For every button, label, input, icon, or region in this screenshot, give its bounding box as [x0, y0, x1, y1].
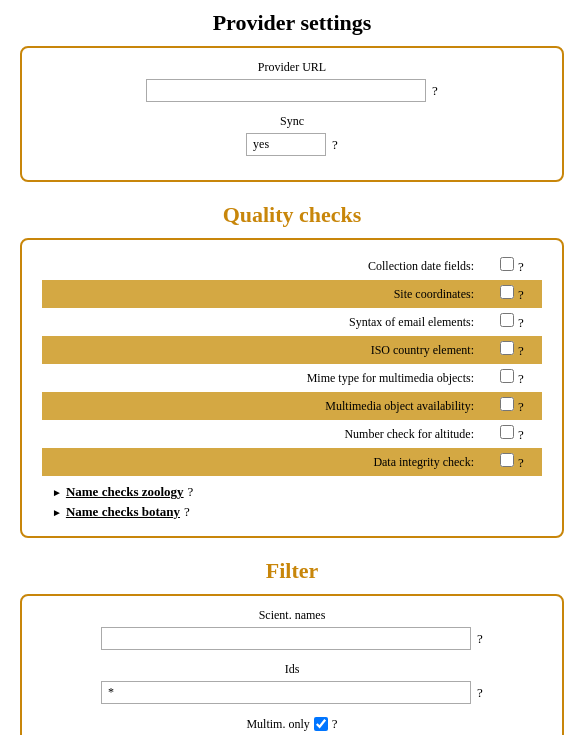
check-help-icon[interactable]: ?: [518, 343, 524, 358]
table-row: Number check for altitude:?: [42, 420, 542, 448]
multim-only-checkbox[interactable]: [314, 717, 328, 731]
expand-item-zoology: ► Name checks zoology ?: [52, 484, 542, 500]
sync-input[interactable]: [246, 133, 326, 156]
multim-only-label: Multim. only: [246, 717, 309, 732]
filter-box: Scient. names ? Ids ? Multim. only ?: [20, 594, 564, 735]
table-row: Mime type for multimedia objects:?: [42, 364, 542, 392]
ids-label: Ids: [285, 662, 300, 677]
zoology-help-icon[interactable]: ?: [188, 484, 194, 500]
check-label: Multimedia object availability:: [42, 392, 482, 420]
check-label: Number check for altitude:: [42, 420, 482, 448]
scient-names-row: ?: [101, 627, 483, 650]
scient-names-label: Scient. names: [259, 608, 326, 623]
filter-title: Filter: [20, 558, 564, 584]
check-checkbox[interactable]: [500, 313, 514, 327]
table-row: Multimedia object availability:?: [42, 392, 542, 420]
check-help-icon[interactable]: ?: [518, 399, 524, 414]
check-label: Syntax of email elements:: [42, 308, 482, 336]
check-checkbox[interactable]: [500, 285, 514, 299]
scient-names-group: Scient. names ?: [42, 608, 542, 650]
check-help-icon[interactable]: ?: [518, 259, 524, 274]
checks-table: Collection date fields:?Site coordinates…: [42, 252, 542, 476]
check-help-icon[interactable]: ?: [518, 315, 524, 330]
provider-url-label: Provider URL: [258, 60, 326, 75]
ids-group: Ids ?: [42, 662, 542, 704]
multim-only-row: Multim. only ?: [42, 716, 542, 732]
provider-settings-title: Provider settings: [20, 10, 564, 36]
check-checkbox[interactable]: [500, 453, 514, 467]
sync-group: Sync ?: [42, 114, 542, 156]
table-row: Collection date fields:?: [42, 252, 542, 280]
check-control[interactable]: ?: [482, 392, 542, 420]
name-checks-botany-link[interactable]: Name checks botany: [66, 504, 180, 520]
ids-row: ?: [101, 681, 483, 704]
check-control[interactable]: ?: [482, 280, 542, 308]
arrow-icon-botany: ►: [52, 507, 62, 518]
check-checkbox[interactable]: [500, 257, 514, 271]
check-control[interactable]: ?: [482, 420, 542, 448]
expand-item-botany: ► Name checks botany ?: [52, 504, 542, 520]
check-control[interactable]: ?: [482, 336, 542, 364]
provider-settings-box: Provider URL ? Sync ?: [20, 46, 564, 182]
check-label: ISO country element:: [42, 336, 482, 364]
check-help-icon[interactable]: ?: [518, 287, 524, 302]
table-row: ISO country element:?: [42, 336, 542, 364]
provider-url-input[interactable]: [146, 79, 426, 102]
table-row: Syntax of email elements:?: [42, 308, 542, 336]
quality-checks-title: Quality checks: [20, 202, 564, 228]
scient-names-help-icon[interactable]: ?: [477, 631, 483, 647]
check-checkbox[interactable]: [500, 425, 514, 439]
expandable-section: ► Name checks zoology ? ► Name checks bo…: [42, 484, 542, 520]
ids-input[interactable]: [101, 681, 471, 704]
botany-help-icon[interactable]: ?: [184, 504, 190, 520]
quality-checks-box: Collection date fields:?Site coordinates…: [20, 238, 564, 538]
check-control[interactable]: ?: [482, 252, 542, 280]
check-checkbox[interactable]: [500, 397, 514, 411]
check-label: Data integrity check:: [42, 448, 482, 476]
check-label: Mime type for multimedia objects:: [42, 364, 482, 392]
check-checkbox[interactable]: [500, 341, 514, 355]
arrow-icon-zoology: ►: [52, 487, 62, 498]
check-label: Site coordinates:: [42, 280, 482, 308]
check-control[interactable]: ?: [482, 308, 542, 336]
provider-url-help-icon[interactable]: ?: [432, 83, 438, 99]
check-help-icon[interactable]: ?: [518, 427, 524, 442]
provider-url-row: ?: [146, 79, 438, 102]
sync-label: Sync: [280, 114, 304, 129]
sync-help-icon[interactable]: ?: [332, 137, 338, 153]
sync-row: ?: [246, 133, 338, 156]
ids-help-icon[interactable]: ?: [477, 685, 483, 701]
check-help-icon[interactable]: ?: [518, 455, 524, 470]
check-help-icon[interactable]: ?: [518, 371, 524, 386]
table-row: Site coordinates:?: [42, 280, 542, 308]
name-checks-zoology-link[interactable]: Name checks zoology: [66, 484, 184, 500]
check-label: Collection date fields:: [42, 252, 482, 280]
check-control[interactable]: ?: [482, 364, 542, 392]
provider-url-group: Provider URL ?: [42, 60, 542, 102]
scient-names-input[interactable]: [101, 627, 471, 650]
check-control[interactable]: ?: [482, 448, 542, 476]
multim-only-help-icon[interactable]: ?: [332, 716, 338, 732]
check-checkbox[interactable]: [500, 369, 514, 383]
table-row: Data integrity check:?: [42, 448, 542, 476]
